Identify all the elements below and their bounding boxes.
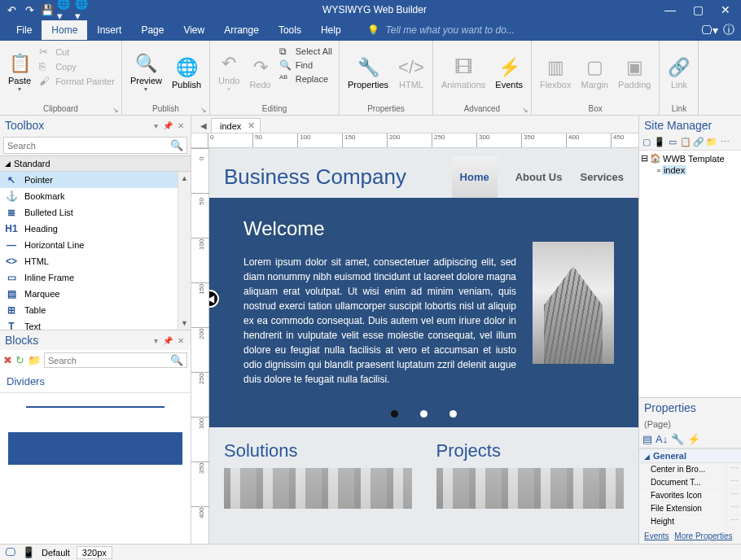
sm-tool-2-icon[interactable]: 📱 xyxy=(654,137,665,148)
dot-3[interactable] xyxy=(449,410,457,418)
prop-row[interactable]: Document T...⋯ xyxy=(639,476,741,489)
prop-row[interactable]: Height⋯ xyxy=(639,515,741,528)
html-button[interactable]: </>HTML xyxy=(393,43,429,101)
nav-about[interactable]: About Us xyxy=(515,171,563,183)
tool-heading[interactable]: H1Heading xyxy=(0,221,191,237)
pane-pin-icon[interactable]: 📌 xyxy=(161,121,174,130)
publish-button[interactable]: 🌐Publish xyxy=(167,43,206,101)
col-solutions-title[interactable]: Solutions xyxy=(224,440,412,462)
blocks-category-dividers[interactable]: Dividers xyxy=(0,370,191,393)
tool-marquee[interactable]: ▤Marquee xyxy=(0,286,191,302)
hero-image[interactable] xyxy=(533,242,614,364)
pane-dropdown-icon[interactable]: ▾ xyxy=(152,121,160,130)
flexbox-button[interactable]: ▥Flexbox xyxy=(535,43,577,101)
animations-button[interactable]: 🎞Animations xyxy=(436,43,490,101)
tool-pointer[interactable]: ↖Pointer xyxy=(0,172,191,188)
menu-arrange[interactable]: Arrange xyxy=(214,20,269,40)
blocks-search-input[interactable] xyxy=(48,356,170,365)
qat-redo-icon[interactable]: ↷ xyxy=(21,2,37,18)
display-toggle-icon[interactable]: 🖵▾ xyxy=(701,24,718,37)
tool-html[interactable]: <>HTML xyxy=(0,253,191,269)
hero-title[interactable]: Welcome xyxy=(243,217,516,240)
page-company-title[interactable]: Business Company xyxy=(224,164,406,190)
redo-button[interactable]: ↷Redo xyxy=(244,43,275,101)
menu-view[interactable]: View xyxy=(173,20,214,40)
hero-body[interactable]: Lorem ipsum dolor sit amet, consectetuer… xyxy=(243,255,516,387)
site-tree-index[interactable]: ▫index xyxy=(641,164,739,176)
nav-services[interactable]: Services xyxy=(581,171,625,183)
props-more-link[interactable]: More Properties xyxy=(674,532,732,540)
qat-undo-icon[interactable]: ↶ xyxy=(3,2,20,18)
minimize-button[interactable]: — xyxy=(658,2,682,18)
props-events-link[interactable]: Events xyxy=(644,532,669,540)
events-button[interactable]: ⚡Events xyxy=(490,43,528,101)
find-button[interactable]: 🔍Find xyxy=(278,59,334,72)
tool-inline-frame[interactable]: ▭Inline Frame xyxy=(0,269,191,286)
margin-button[interactable]: ▢Margin xyxy=(576,43,613,101)
sm-tool-5-icon[interactable]: 🔗 xyxy=(693,137,704,148)
toolbox-group-standard[interactable]: ◢Standard xyxy=(0,155,191,172)
prop-edit-icon[interactable]: ⋯ xyxy=(726,502,741,514)
tool-table[interactable]: ⊞Table xyxy=(0,302,191,318)
copy-button[interactable]: ⎘Copy xyxy=(37,59,116,73)
status-zoom[interactable]: 320px xyxy=(77,546,112,559)
padding-button[interactable]: ▣Padding xyxy=(613,43,656,101)
blocks-folder-icon[interactable]: 📁 xyxy=(28,354,41,366)
pane-close-icon[interactable]: ✕ xyxy=(176,336,186,345)
tell-me-search[interactable]: 💡 Tell me what you want to do... xyxy=(367,24,515,36)
menu-file[interactable]: File xyxy=(7,20,42,40)
props-wrench-icon[interactable]: 🔧 xyxy=(671,433,684,445)
qat-save-icon[interactable]: 💾 xyxy=(39,2,55,18)
properties-button[interactable]: 🔧Properties xyxy=(343,43,393,101)
tree-expand-icon[interactable]: ⊟ xyxy=(641,153,648,164)
prop-edit-icon[interactable]: ⋯ xyxy=(726,476,741,488)
doc-tab-index[interactable]: index ✕ xyxy=(211,118,261,133)
sm-tool-1-icon[interactable]: ▢ xyxy=(641,137,652,148)
prop-edit-icon[interactable]: ⋯ xyxy=(726,463,741,475)
menu-tools[interactable]: Tools xyxy=(269,20,311,40)
scroll-up-icon[interactable]: ▲ xyxy=(178,172,191,185)
cut-button[interactable]: ✂Cut xyxy=(37,45,116,59)
prop-edit-icon[interactable]: ⋯ xyxy=(726,489,741,501)
menu-help[interactable]: Help xyxy=(311,20,351,40)
tool-bookmark[interactable]: ⚓Bookmark xyxy=(0,188,191,204)
paste-button[interactable]: 📋 Paste ▾ xyxy=(3,43,36,101)
prop-edit-icon[interactable]: ⋯ xyxy=(726,515,741,527)
maximize-button[interactable]: ▢ xyxy=(686,2,710,18)
divider-block-1[interactable] xyxy=(10,406,181,408)
blocks-search[interactable]: 🔍 xyxy=(44,352,187,368)
solutions-image[interactable] xyxy=(224,468,412,509)
menu-insert[interactable]: Insert xyxy=(87,20,131,40)
status-icon-1[interactable]: 🖵 xyxy=(5,546,15,558)
format-painter-button[interactable]: 🖌Format Painter xyxy=(37,74,116,88)
qat-preview-icon[interactable]: 🌐▾ xyxy=(57,2,73,18)
tab-close-icon[interactable]: ✕ xyxy=(248,120,255,131)
sm-tool-3-icon[interactable]: ▭ xyxy=(667,137,678,148)
toolbox-scrollbar[interactable]: ▲▼ xyxy=(178,172,191,330)
search-icon[interactable]: 🔍 xyxy=(170,354,183,366)
col-projects-title[interactable]: Projects xyxy=(436,440,625,462)
tool-horizontal-line[interactable]: —Horizontal Line xyxy=(0,237,191,253)
prop-row[interactable]: File Extension⋯ xyxy=(639,502,741,515)
toolbox-search[interactable]: 🔍 xyxy=(3,137,187,154)
carousel-prev-icon[interactable]: ◀ xyxy=(209,290,219,308)
help-icon[interactable]: ⓘ xyxy=(723,23,734,37)
qat-publish-icon[interactable]: 🌐▾ xyxy=(75,2,91,18)
projects-image[interactable] xyxy=(436,468,625,509)
nav-home[interactable]: Home xyxy=(452,156,498,198)
sm-tool-7-icon[interactable]: ⋯ xyxy=(719,137,730,148)
clipboard-launcher-icon[interactable]: ↘ xyxy=(112,106,119,114)
close-button[interactable]: ✕ xyxy=(713,2,738,18)
tool-bulleted-list[interactable]: ≣Bulleted List xyxy=(0,204,191,221)
menu-page[interactable]: Page xyxy=(131,20,173,40)
site-tree-root[interactable]: ⊟🏠WWB Template xyxy=(641,152,739,164)
search-icon[interactable]: 🔍 xyxy=(170,139,183,151)
status-icon-2[interactable]: 📱 xyxy=(22,546,35,558)
pane-close-icon[interactable]: ✕ xyxy=(176,121,186,130)
prop-row[interactable]: Center in Bro...⋯ xyxy=(639,463,741,476)
blocks-refresh-icon[interactable]: ↻ xyxy=(15,354,24,366)
dot-1[interactable] xyxy=(391,410,398,418)
props-category-general[interactable]: ◢General xyxy=(639,448,741,463)
menu-home[interactable]: Home xyxy=(42,20,87,40)
blocks-delete-icon[interactable]: ✖ xyxy=(3,354,12,366)
